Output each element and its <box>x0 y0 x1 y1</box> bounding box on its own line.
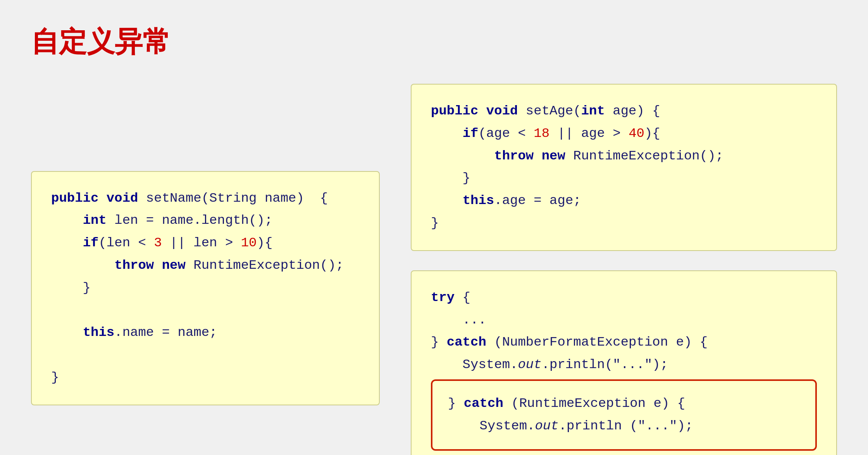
code-line: } <box>431 212 817 235</box>
code-line: } catch (RuntimeException e) { <box>448 393 800 415</box>
right-panel: public void setAge(int age) { if(age < 1… <box>411 84 837 455</box>
code-line: } <box>431 454 817 455</box>
code-line: this.age = age; <box>431 190 817 212</box>
page-title: 自定义异常 <box>31 23 837 61</box>
code-line: } <box>51 367 360 389</box>
highlighted-catch-block: } catch (RuntimeException e) { System.ou… <box>431 379 817 451</box>
code-line: try { <box>431 287 817 309</box>
code-line <box>51 344 360 367</box>
code-line: } catch (NumberFormatException e) { <box>431 331 817 354</box>
code-line: System.out.println("..."); <box>431 354 817 376</box>
code-line: public void setAge(int age) { <box>431 100 817 123</box>
left-code-box: public void setName(String name) { int l… <box>31 171 380 405</box>
main-layout: public void setName(String name) { int l… <box>31 84 837 455</box>
right-bottom-code-box: try { ... } catch (NumberFormatException… <box>411 270 837 455</box>
code-line: ... <box>431 309 817 332</box>
code-line: throw new RuntimeException(); <box>51 254 360 277</box>
code-line <box>51 299 360 322</box>
code-line: } <box>51 277 360 299</box>
code-line: int len = name.length(); <box>51 209 360 232</box>
code-line: if(len < 3 || len > 10){ <box>51 232 360 254</box>
code-line: System.out.println ("..."); <box>448 415 800 438</box>
right-top-code-box: public void setAge(int age) { if(age < 1… <box>411 84 837 251</box>
code-line: throw new RuntimeException(); <box>431 145 817 168</box>
code-line: public void setName(String name) { <box>51 187 360 210</box>
code-line: this.name = name; <box>51 322 360 344</box>
left-panel: public void setName(String name) { int l… <box>31 84 380 455</box>
code-line: } <box>431 167 817 190</box>
code-line: if(age < 18 || age > 40){ <box>431 123 817 145</box>
